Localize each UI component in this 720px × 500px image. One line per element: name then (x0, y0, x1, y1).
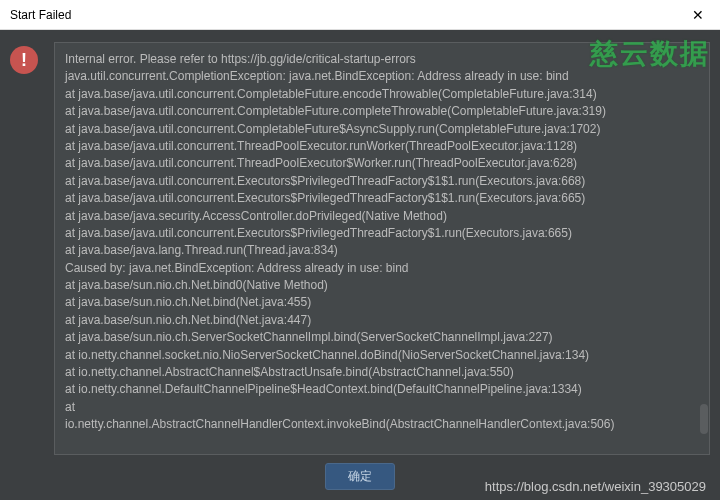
titlebar: Start Failed ✕ (0, 0, 720, 30)
stack-line: at java.base/java.util.concurrent.Execut… (65, 190, 699, 207)
stack-line: at java.base/java.util.concurrent.Comple… (65, 121, 699, 138)
stack-line: at java.base/java.security.AccessControl… (65, 208, 699, 225)
stack-line: at java.base/java.util.concurrent.Thread… (65, 138, 699, 155)
scrollbar-vertical[interactable] (700, 404, 708, 434)
stack-line: at java.base/java.util.concurrent.Comple… (65, 103, 699, 120)
stack-line: at java.base/sun.nio.ch.ServerSocketChan… (65, 329, 699, 346)
stack-line: at java.base/java.util.concurrent.Comple… (65, 86, 699, 103)
stack-line: io.netty.channel.AbstractChannelHandlerC… (65, 416, 699, 433)
stack-line: at (65, 399, 699, 416)
stack-line: at java.base/sun.nio.ch.Net.bind(Net.jav… (65, 312, 699, 329)
stack-line: java.util.concurrent.CompletionException… (65, 68, 699, 85)
icon-column: ! (10, 42, 42, 455)
stack-line: Caused by: java.net.BindException: Addre… (65, 260, 699, 277)
stack-line: at io.netty.channel.DefaultChannelPipeli… (65, 381, 699, 398)
stack-line: at io.netty.channel.socket.nio.NioServer… (65, 347, 699, 364)
stack-line: at java.base/java.util.concurrent.Execut… (65, 225, 699, 242)
stack-line: at java.base/sun.nio.ch.Net.bind0(Native… (65, 277, 699, 294)
dialog-content: ! Internal error. Please refer to https:… (0, 30, 720, 500)
stack-line: at java.base/sun.nio.ch.Net.bind(Net.jav… (65, 294, 699, 311)
footer-source-url: https://blog.csdn.net/weixin_39305029 (485, 479, 706, 494)
ok-button[interactable]: 确定 (325, 463, 395, 490)
error-message-panel[interactable]: Internal error. Please refer to https://… (54, 42, 710, 455)
stack-line: at java.base/java.util.concurrent.Thread… (65, 155, 699, 172)
window-title: Start Failed (10, 8, 675, 22)
error-intro: Internal error. Please refer to https://… (65, 51, 699, 68)
error-icon: ! (10, 46, 38, 74)
stack-line: at io.netty.channel.AbstractChannel$Abst… (65, 364, 699, 381)
close-button[interactable]: ✕ (675, 0, 720, 30)
stack-line: at java.base/java.util.concurrent.Execut… (65, 173, 699, 190)
stack-line: at java.base/java.lang.Thread.run(Thread… (65, 242, 699, 259)
main-row: ! Internal error. Please refer to https:… (10, 42, 710, 455)
close-icon: ✕ (692, 7, 704, 23)
